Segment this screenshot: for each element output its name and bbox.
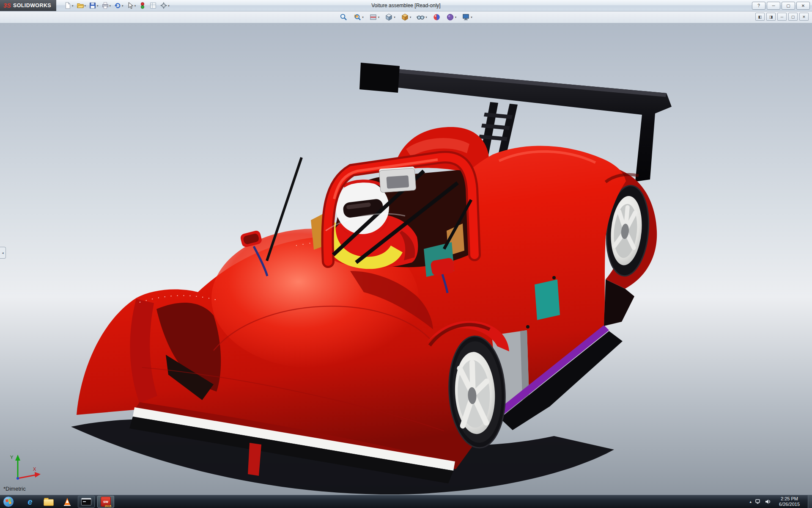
open-button[interactable]: ▾ — [76, 1, 87, 10]
select-button[interactable]: ▾ — [126, 1, 137, 10]
view-orientation-cube-icon — [385, 13, 393, 21]
start-button[interactable] — [3, 496, 14, 507]
sheet-properties-button[interactable] — [148, 1, 158, 10]
media-player-cone-icon — [63, 497, 71, 506]
hide-show-items-button[interactable]: ▾ — [415, 12, 428, 22]
taskbar-media-player[interactable] — [59, 496, 75, 507]
system-tray: ▴ 2:25 PM 6/26/2015 — [750, 495, 812, 508]
edit-appearance-ball-icon — [433, 13, 441, 21]
undo-button[interactable]: ▾ — [113, 1, 124, 10]
hide-show-glasses-icon — [417, 13, 425, 21]
save-icon — [89, 2, 96, 9]
command-prompt-icon — [81, 498, 91, 505]
internet-explorer-icon: e — [27, 497, 32, 506]
view-orientation-button[interactable]: ▾ — [384, 12, 397, 22]
pane-left-button[interactable]: ◧ — [755, 13, 765, 21]
rebuild-icon — [139, 2, 146, 9]
zoom-fit-icon — [340, 13, 348, 21]
graphics-area[interactable]: Y X *Dimetric — [0, 23, 812, 495]
taskbar-internet-explorer[interactable]: e — [22, 496, 38, 507]
close-button[interactable]: ✕ — [796, 2, 810, 10]
view-settings-button[interactable]: ▾ — [461, 12, 474, 22]
zoom-area-icon — [353, 13, 361, 21]
orientation-triad: Y X — [8, 453, 41, 483]
sheet-properties-icon — [149, 2, 157, 9]
desktop-screen: Y X *Dimetric Voiture assemblee [Read-on… — [0, 0, 812, 508]
main-toolbar: ▾ ▾ ▾ ▾ ▾ ▾ — [63, 1, 170, 10]
taskbar: e sw 2015 ▴ 2:25 PM 6/26/2015 — [0, 495, 812, 508]
options-gear-icon — [160, 2, 167, 9]
folder-icon — [44, 499, 54, 506]
view-settings-monitor-icon — [462, 13, 470, 21]
doc-restore-button[interactable]: ▢ — [788, 13, 798, 21]
show-desktop-button[interactable] — [808, 495, 812, 508]
clock-date: 6/26/2015 — [779, 502, 800, 507]
save-button[interactable]: ▾ — [88, 1, 99, 10]
rebuild-button[interactable] — [138, 1, 147, 10]
print-button[interactable]: ▾ — [101, 1, 112, 10]
document-window-controls: ◧ ◨ ─ ▢ ✕ — [755, 13, 809, 21]
show-hidden-icons-button[interactable]: ▴ — [750, 500, 752, 504]
maximize-button[interactable]: ▢ — [782, 2, 795, 10]
brand-name: SOLIDWORKS — [13, 3, 51, 8]
race-car-model[interactable] — [0, 23, 812, 495]
title-bar: Voiture assemblee [Read-only] 3S SOLIDWO… — [0, 0, 812, 11]
window-controls: ? ─ ▢ ✕ — [752, 2, 812, 10]
taskbar-solidworks[interactable]: sw 2015 — [97, 496, 114, 508]
minimize-button[interactable]: ─ — [767, 2, 780, 10]
options-button[interactable]: ▾ — [159, 1, 170, 10]
network-icon[interactable] — [755, 499, 761, 504]
brand-mark: 3S — [3, 2, 11, 9]
solidworks-icon: sw 2015 — [101, 497, 111, 507]
display-style-icon — [401, 13, 409, 21]
taskbar-clock[interactable]: 2:25 PM 6/26/2015 — [776, 496, 803, 507]
heads-up-toolbar: ▾ ▾ ▾ ▾ ▾ ▾ — [0, 11, 812, 23]
solidworks-year-badge: 2015 — [104, 505, 111, 508]
triad-x-label: X — [33, 467, 36, 472]
clock-time: 2:25 PM — [779, 496, 800, 502]
camera-housing[interactable] — [379, 166, 416, 193]
pane-right-button[interactable]: ◨ — [766, 13, 776, 21]
undo-icon — [114, 2, 121, 9]
new-document-icon — [64, 2, 71, 9]
windows-flag-icon — [5, 499, 11, 505]
apply-scene-button[interactable]: ▾ — [445, 12, 458, 22]
zoom-fit-button[interactable] — [338, 12, 349, 22]
section-view-icon — [369, 13, 377, 21]
display-style-button[interactable]: ▾ — [400, 12, 413, 22]
taskbar-command-prompt[interactable] — [78, 496, 95, 508]
view-orientation-label: *Dimetric — [3, 486, 26, 492]
new-button[interactable]: ▾ — [63, 1, 74, 10]
apply-scene-globe-icon — [446, 13, 454, 21]
triad-y-label: Y — [10, 455, 14, 460]
section-view-button[interactable]: ▾ — [368, 12, 381, 22]
volume-icon[interactable] — [765, 499, 772, 504]
panel-collapse-tab[interactable]: ◂ — [0, 247, 6, 259]
edit-appearance-button[interactable] — [431, 12, 442, 22]
print-icon — [102, 2, 109, 9]
zoom-area-button[interactable]: ▾ — [352, 12, 365, 22]
doc-close-button[interactable]: ✕ — [799, 13, 809, 21]
solidworks-logo: 3S SOLIDWORKS — [0, 0, 56, 11]
taskbar-windows-explorer[interactable] — [41, 496, 57, 507]
doc-minimize-button[interactable]: ─ — [777, 13, 787, 21]
select-cursor-icon — [126, 2, 134, 9]
open-folder-icon — [77, 2, 84, 9]
help-button[interactable]: ? — [752, 2, 765, 10]
